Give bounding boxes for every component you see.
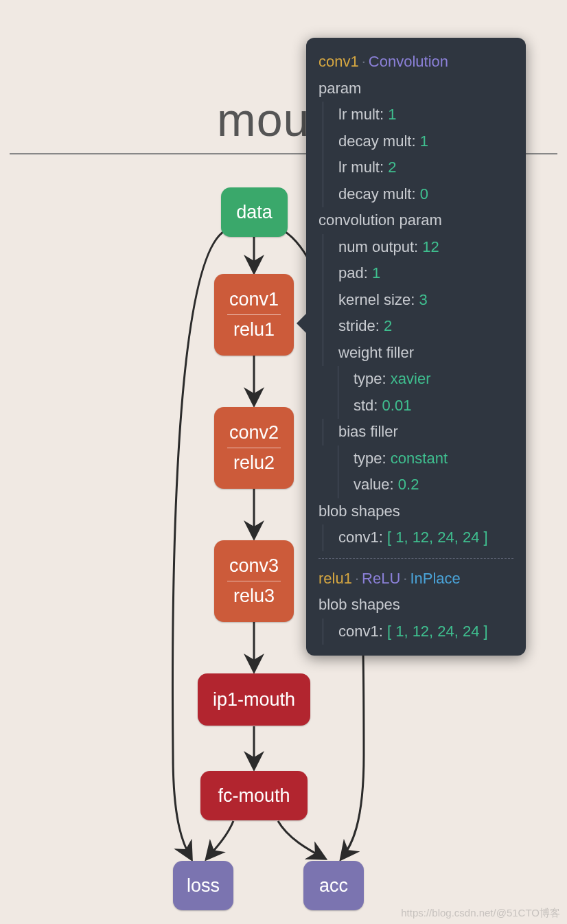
layer-inplace: InPlace <box>410 570 460 587</box>
node-acc[interactable]: acc <box>303 861 364 910</box>
param-row: lr mult: 2 <box>323 154 513 181</box>
layer-name: relu1 <box>319 570 352 587</box>
tooltip-pointer-icon <box>297 314 306 333</box>
node-divider <box>227 581 281 581</box>
section-label-blob-shapes: blob shapes <box>319 592 513 619</box>
node-loss[interactable]: loss <box>173 861 233 910</box>
param-row: pad: 1 <box>323 260 513 287</box>
node-conv1[interactable]: conv1 relu1 <box>214 274 294 356</box>
param-row: num output: 12 <box>323 234 513 261</box>
tooltip-header-conv1: conv1·Convolution <box>319 49 513 76</box>
node-label: ip1-mouth <box>213 689 295 711</box>
section-label-convolution-param: convolution param <box>319 207 513 234</box>
param-row: conv1: [ 1, 12, 24, 24 ] <box>323 524 513 551</box>
tooltip-divider <box>319 558 513 559</box>
node-label-top: conv2 <box>229 422 279 443</box>
param-row: std: 0.01 <box>338 393 513 419</box>
param-row: conv1: [ 1, 12, 24, 24 ] <box>323 619 513 645</box>
layer-name: conv1 <box>319 53 359 70</box>
node-label-bottom: relu2 <box>233 452 275 474</box>
section-label-blob-shapes: blob shapes <box>319 498 513 525</box>
section-label-param: param <box>319 76 513 102</box>
node-label: acc <box>319 875 348 897</box>
node-label-bottom: relu3 <box>233 586 275 607</box>
param-row: value: 0.2 <box>338 472 513 498</box>
section-label-bias-filler: bias filler <box>323 419 513 446</box>
node-divider <box>227 314 281 315</box>
param-row: decay mult: 1 <box>323 128 513 155</box>
node-fc-mouth[interactable]: fc-mouth <box>200 771 308 820</box>
node-label-top: conv3 <box>229 555 279 577</box>
node-conv2[interactable]: conv2 relu2 <box>214 407 294 489</box>
param-row: type: constant <box>338 446 513 472</box>
node-label-bottom: relu1 <box>233 319 275 340</box>
node-data[interactable]: data <box>221 187 288 237</box>
section-label-weight-filler: weight filler <box>323 340 513 367</box>
param-row: stride: 2 <box>323 313 513 340</box>
node-conv3[interactable]: conv3 relu3 <box>214 540 294 622</box>
node-label: loss <box>187 875 220 897</box>
param-row: decay mult: 0 <box>323 181 513 208</box>
node-ip1-mouth[interactable]: ip1-mouth <box>198 673 310 726</box>
node-label: fc-mouth <box>218 785 290 807</box>
param-row: lr mult: 1 <box>323 102 513 128</box>
node-label: data <box>236 202 273 223</box>
watermark-text: https://blog.csdn.net/@51CTO博客 <box>401 907 560 920</box>
tooltip-header-relu1: relu1·ReLU·InPlace <box>319 566 513 592</box>
layer-type: ReLU <box>362 570 400 587</box>
node-label-top: conv1 <box>229 289 279 310</box>
tooltip-panel: conv1·Convolution param lr mult: 1 decay… <box>306 38 526 656</box>
layer-type: Convolution <box>369 53 448 70</box>
node-divider <box>227 448 281 448</box>
param-row: kernel size: 3 <box>323 287 513 314</box>
param-row: type: xavier <box>338 366 513 393</box>
